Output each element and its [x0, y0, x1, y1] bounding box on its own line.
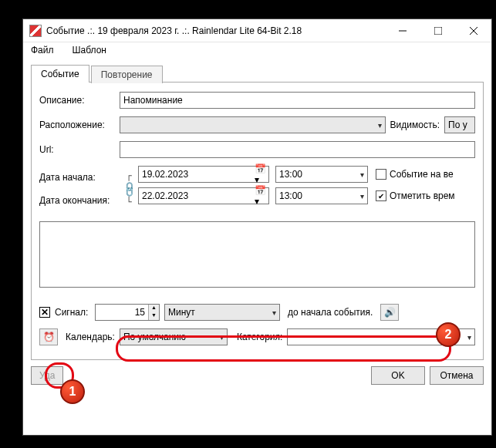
markbusy-checkbox[interactable]: ✔ — [376, 190, 386, 201]
calendar-icon: 📅▾ — [255, 185, 265, 207]
menu-file[interactable]: Файл — [26, 43, 59, 57]
url-input[interactable] — [120, 141, 475, 158]
bracket-bottom: └ — [126, 198, 131, 206]
app-icon — [29, 25, 42, 37]
ok-button[interactable]: OK — [371, 366, 425, 385]
spinner-down-icon[interactable]: ▼ — [149, 312, 159, 320]
event-dialog: Событие .:. 19 февраля 2023 г. .:. Rainl… — [22, 19, 492, 436]
spinner-up-icon[interactable]: ▲ — [149, 305, 159, 312]
label-end: Дата окончания: — [39, 195, 120, 206]
alarm-value-spinner[interactable]: 15 ▲▼ — [95, 304, 160, 321]
description-input[interactable] — [120, 92, 475, 109]
speaker-icon: 🔊 — [384, 307, 396, 318]
window-title: Событие .:. 19 февраля 2023 г. .:. Rainl… — [46, 25, 385, 36]
end-date-picker[interactable]: 22.02.2023📅▾ — [138, 187, 269, 204]
maximize-button[interactable] — [420, 19, 456, 42]
label-alarm: Сигнал: — [55, 307, 95, 318]
menu-template[interactable]: Шаблон — [68, 43, 111, 57]
calendar-icon: 📅▾ — [255, 163, 265, 185]
link-icon[interactable]: 🔗 — [120, 180, 137, 197]
category-select[interactable]: ▾ — [287, 328, 475, 345]
label-start: Дата начала: — [39, 172, 120, 183]
start-time-select[interactable]: 13:00▾ — [275, 166, 368, 183]
end-time-select[interactable]: 13:00▾ — [275, 187, 368, 204]
chevron-down-icon: ▾ — [378, 121, 382, 130]
visibility-select[interactable]: По у — [444, 116, 475, 133]
label-allday: Событие на ве — [390, 169, 454, 180]
titlebar[interactable]: Событие .:. 19 февраля 2023 г. .:. Rainl… — [23, 19, 491, 42]
chevron-down-icon: ▾ — [220, 333, 224, 342]
calendar-select[interactable]: По умолчанию▾ — [120, 328, 228, 345]
alarm-sound-button[interactable]: 🔊 — [380, 304, 399, 321]
start-date-picker[interactable]: 19.02.2023📅▾ — [138, 166, 269, 183]
label-description: Описание: — [39, 95, 120, 106]
chevron-down-icon: ▾ — [360, 192, 364, 200]
label-category: Категория: — [237, 332, 282, 342]
menubar: Файл Шаблон — [23, 42, 491, 58]
label-markbusy: Отметить врем — [390, 190, 455, 201]
tab-recurrence[interactable]: Повторение — [91, 66, 163, 83]
chevron-down-icon: ▾ — [272, 308, 276, 317]
alarm-unit-select[interactable]: Минут▾ — [164, 304, 280, 321]
location-select[interactable]: ▾ — [120, 116, 386, 133]
close-button[interactable] — [456, 19, 491, 42]
label-calendar: Календарь: — [66, 332, 115, 342]
cancel-button[interactable]: Отмена — [430, 366, 484, 385]
chevron-down-icon: ▾ — [360, 170, 364, 179]
add-alarm-button[interactable]: ⏰ — [39, 328, 58, 345]
tab-event[interactable]: Событие — [31, 65, 89, 83]
label-before: до начала события. — [288, 307, 373, 318]
minimize-button[interactable] — [385, 19, 420, 42]
label-location: Расположение: — [39, 120, 120, 130]
alarm-remove-button[interactable]: ✕ — [39, 307, 50, 318]
label-url: Url: — [39, 144, 120, 155]
bracket-top: ┌ — [126, 172, 131, 180]
svg-rect-1 — [434, 27, 442, 35]
event-panel: Описание: Расположение: ▾ Видимость: По … — [31, 83, 484, 360]
delete-button[interactable]: Уда — [31, 366, 63, 385]
allday-checkbox[interactable] — [376, 169, 386, 180]
chevron-down-icon: ▾ — [467, 333, 471, 342]
clock-plus-icon: ⏰ — [43, 332, 55, 342]
notes-textarea[interactable] — [39, 221, 475, 288]
label-visibility: Видимость: — [390, 120, 440, 130]
